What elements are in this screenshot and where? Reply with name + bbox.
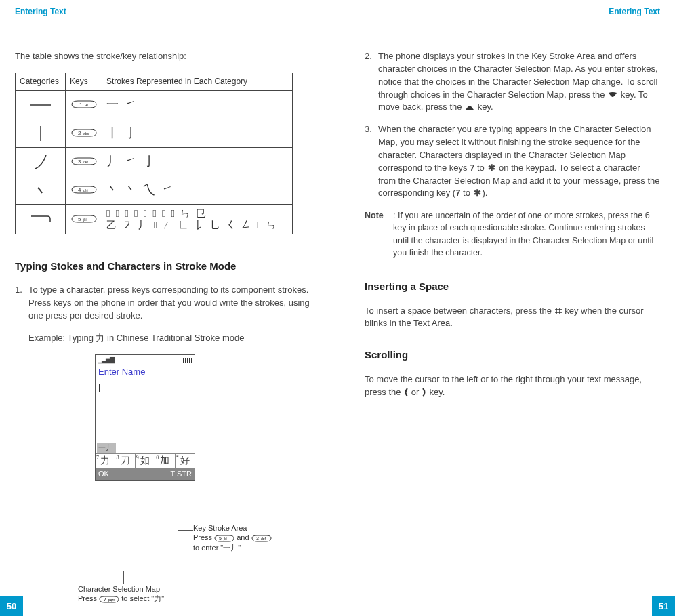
character-selection-map: 7力 8刀 9如 0加 *好 xyxy=(96,453,195,468)
key-1-icon: 1⊞ xyxy=(71,100,97,109)
stroke-cat-dot-icon xyxy=(27,184,54,197)
key-2-icon: 2abc xyxy=(71,129,97,138)
nav-right-paren-icon xyxy=(422,388,427,397)
svg-text:3: 3 xyxy=(256,536,259,541)
running-head-left: Entering Text xyxy=(15,7,310,16)
scrolling-text: To move the cursor to the left or to the… xyxy=(365,373,660,399)
page-number-left: 50 xyxy=(0,596,23,616)
table-row: 4ghi 丶 丶 乀 ㇀ xyxy=(16,176,293,205)
col-header-strokes: Strokes Represented in Each Category xyxy=(102,73,293,90)
strokes-row4: 丶 丶 乀 ㇀ xyxy=(102,176,293,205)
svg-text:4: 4 xyxy=(78,187,81,193)
nav-right-icon xyxy=(607,91,618,98)
heading-scrolling: Scrolling xyxy=(365,348,660,363)
hash-key-icon xyxy=(554,307,562,315)
heading-typing-strokes: Typing Stokes and Characters in Stroke M… xyxy=(15,259,310,274)
strokes-row2: 丨 亅 xyxy=(102,119,293,148)
col-header-categories: Categories xyxy=(16,73,66,90)
strokes-row3: 丿 ㇀ 亅 xyxy=(102,148,293,176)
callout-character-selection-map: Character Selection Map Press 7pqrs to s… xyxy=(78,584,241,604)
callout-key-stroke-area: Key Stroke Area Press 5jkl and 3def to e… xyxy=(193,523,308,552)
svg-text:def: def xyxy=(261,537,266,541)
callout-leader-ksa xyxy=(178,530,193,531)
stroke-cat-pie-icon xyxy=(27,152,54,171)
example-line: Example: Typing 力 in Chinese Traditional… xyxy=(28,332,310,345)
svg-text:ghi: ghi xyxy=(83,188,88,192)
strokes-row1: 一 ㇀ xyxy=(102,91,293,119)
svg-text:2: 2 xyxy=(78,130,81,136)
svg-text:pqrs: pqrs xyxy=(108,598,115,602)
star-key-icon: ✱ xyxy=(487,162,496,175)
step-1: 1. To type a character, press keys corre… xyxy=(15,284,310,323)
key-stroke-area: 一丿 xyxy=(97,443,116,453)
page-left: Entering Text The table shows the stroke… xyxy=(0,0,338,616)
key-3-icon: 3def xyxy=(71,157,97,166)
svg-text:1: 1 xyxy=(79,102,83,108)
table-row: 5jkl 𠃍 ㇇ ㇆ 𠃌 ㇈ ㇟ 乁 ㇂ ㄣ 㔾 乙 ㇇ 丿 𠃊 ㄥ ㇗ ㇙ ㇟… xyxy=(16,205,293,234)
col-header-keys: Keys xyxy=(66,73,102,90)
stroke-key-table: Categories Keys Strokes Represented in E… xyxy=(15,73,293,234)
phone-screen-title: Enter Name xyxy=(96,366,195,380)
step-2: 2. The phone displays your strokes in th… xyxy=(365,50,660,114)
stroke-table-intro: The table shows the stroke/key relations… xyxy=(15,50,310,63)
key-5-icon: 5jkl xyxy=(214,535,234,542)
svg-text:5: 5 xyxy=(219,536,222,541)
svg-text:def: def xyxy=(83,160,89,164)
heading-inserting-space: Inserting a Space xyxy=(365,279,660,294)
star-key-icon: ✱ xyxy=(472,187,482,200)
page-right: Entering Text 2. The phone displays your… xyxy=(338,0,675,616)
svg-text:7: 7 xyxy=(104,597,106,602)
svg-text:jkl: jkl xyxy=(83,218,87,222)
battery-icon xyxy=(183,358,192,363)
inserting-space-text: To insert a space between characters, pr… xyxy=(365,305,660,331)
stroke-cat-vertical-icon xyxy=(27,124,54,143)
svg-text:jkl: jkl xyxy=(223,537,227,541)
strokes-row5: 𠃍 ㇇ ㇆ 𠃌 ㇈ ㇟ 乁 ㇂ ㄣ 㔾 乙 ㇇ 丿 𠃊 ㄥ ㇗ ㇙ ㇟ ㇛ ㇜ … xyxy=(102,205,293,234)
table-row: 3def 丿 ㇀ 亅 xyxy=(16,148,293,176)
stroke-cat-turn-icon xyxy=(27,212,54,226)
running-head-right: Entering Text xyxy=(365,7,660,16)
note: Note : If you are uncertain of the order… xyxy=(365,209,660,259)
key-7-icon: 7pqrs xyxy=(99,596,119,603)
svg-text:3: 3 xyxy=(78,159,81,165)
phone-text-area xyxy=(96,380,195,443)
key-5-icon: 5jkl xyxy=(71,215,97,224)
softkey-ok: OK xyxy=(98,469,109,480)
callout-leader-csm xyxy=(123,571,124,584)
svg-text:5: 5 xyxy=(78,216,81,222)
step-3: 3. When the character you are typing app… xyxy=(365,123,660,200)
table-row: 2abc 丨 亅 xyxy=(16,119,293,148)
nav-left-paren-icon xyxy=(403,388,409,397)
nav-left-icon xyxy=(464,104,475,111)
table-row: 1⊞ 一 ㇀ xyxy=(16,91,293,119)
key-4-icon: 4ghi xyxy=(71,186,97,194)
phone-mockup: ▁▃▅▇ Enter Name 一丿 7力 8刀 9如 0加 *好 OK xyxy=(95,354,200,481)
signal-icon: ▁▃▅▇ xyxy=(98,356,114,365)
svg-text:⊞: ⊞ xyxy=(85,103,88,107)
key-3-icon: 3def xyxy=(251,535,272,542)
page-number-right: 51 xyxy=(652,596,675,616)
softkey-tstr: T STR xyxy=(170,469,192,480)
svg-text:abc: abc xyxy=(83,131,89,136)
stroke-cat-horizontal-icon xyxy=(27,98,54,112)
